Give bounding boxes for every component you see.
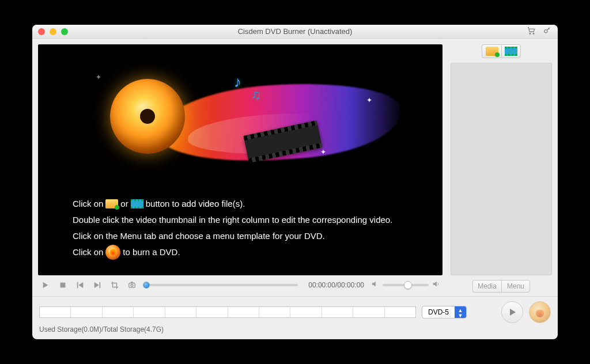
- svg-rect-9: [129, 283, 135, 288]
- splash-artwork: ♪ ♫ ✦ ✦ ✦: [73, 62, 408, 165]
- svg-rect-5: [77, 282, 78, 289]
- sparkle-icon: ✦: [96, 73, 101, 81]
- music-note-icon: ♪: [234, 73, 241, 91]
- folder-add-icon: [486, 47, 498, 56]
- disc-graphic: [110, 79, 185, 154]
- app-window: Cisdem DVD Burner (Unactivated) ♪ ♫ ✦: [32, 25, 558, 339]
- burn-button[interactable]: [529, 301, 551, 323]
- sparkle-icon: ✦: [320, 148, 326, 156]
- film-add-icon: [505, 47, 517, 56]
- next-button[interactable]: [92, 280, 103, 290]
- disc-type-select[interactable]: DVD-5 ▲▼: [422, 306, 467, 318]
- window-title: Cisdem DVD Burner (Unactivated): [32, 27, 558, 36]
- volume-slider[interactable]: [383, 284, 429, 286]
- storage-bar: [39, 306, 416, 318]
- select-arrows-icon: ▲▼: [455, 306, 466, 318]
- add-folder-icon: [105, 199, 118, 208]
- playback-controls: 00:00:00/00:00:00: [38, 275, 442, 293]
- tab-media[interactable]: Media: [472, 280, 501, 293]
- footer: DVD-5 ▲▼ Used Storage(0.0M)/Total Storag…: [32, 296, 558, 339]
- preview-area: ♪ ♫ ✦ ✦ ✦ Click on or button to add vide…: [38, 44, 442, 275]
- instruction-text: Double click the video thumbnail in the …: [73, 212, 392, 228]
- instruction-text: Click on: [73, 244, 103, 260]
- instruction-text: Click on: [73, 196, 103, 212]
- sidebar: Media Menu: [448, 39, 558, 296]
- add-video-button[interactable]: [501, 44, 521, 58]
- seek-slider[interactable]: [144, 281, 298, 289]
- time-display: 00:00:00/00:00:00: [308, 281, 364, 289]
- svg-rect-4: [60, 283, 66, 288]
- svg-marker-11: [372, 282, 376, 287]
- svg-marker-13: [510, 309, 516, 316]
- svg-marker-3: [43, 282, 48, 289]
- instruction-text: button to add video file(s).: [146, 196, 245, 212]
- main-panel: ♪ ♫ ✦ ✦ ✦ Click on or button to add vide…: [32, 39, 448, 296]
- add-film-icon: [131, 199, 143, 208]
- svg-point-10: [131, 285, 133, 287]
- burn-icon: [105, 245, 120, 260]
- storage-text: Used Storage(0.0M)/Total Storage(4.7G): [39, 325, 551, 333]
- crop-button[interactable]: [109, 280, 120, 290]
- instructions: Click on or button to add video file(s).…: [38, 188, 442, 275]
- video-list-panel[interactable]: [451, 63, 552, 275]
- music-note-icon: ♫: [251, 88, 261, 103]
- flame-icon: [536, 307, 544, 317]
- snapshot-button[interactable]: [127, 280, 137, 290]
- svg-marker-6: [78, 282, 83, 289]
- svg-rect-8: [100, 282, 101, 289]
- play-button[interactable]: [40, 280, 51, 290]
- svg-marker-12: [433, 282, 437, 287]
- volume-max-icon[interactable]: [432, 280, 440, 290]
- svg-marker-7: [94, 282, 99, 289]
- volume-mute-icon[interactable]: [371, 280, 379, 290]
- instruction-text: Click on the Menu tab and choose a menu …: [73, 228, 325, 244]
- prev-button[interactable]: [75, 280, 85, 290]
- tab-menu[interactable]: Menu: [501, 280, 530, 293]
- stop-button[interactable]: [58, 280, 68, 290]
- sparkle-icon: ✦: [366, 96, 372, 104]
- titlebar: Cisdem DVD Burner (Unactivated): [32, 25, 558, 39]
- add-folder-button[interactable]: [482, 44, 501, 58]
- instruction-text: to burn a DVD.: [123, 244, 180, 260]
- preview-play-button[interactable]: [501, 301, 523, 323]
- instruction-text: or: [120, 196, 128, 212]
- disc-type-value: DVD-5: [422, 306, 455, 318]
